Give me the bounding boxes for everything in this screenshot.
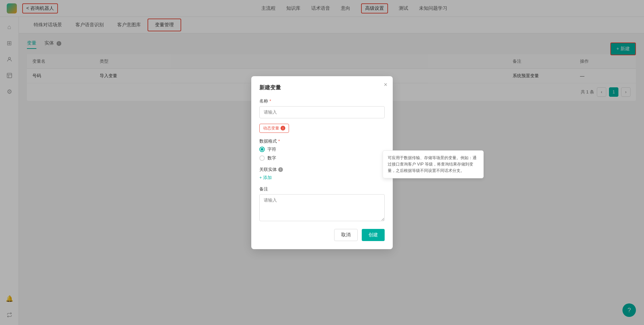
create-button[interactable]: 创建 (362, 229, 385, 241)
name-label: 名称 * (259, 98, 385, 104)
dynamic-variable-group: 动态变量 i (259, 124, 385, 133)
note-group: 备注 (259, 186, 385, 222)
name-input[interactable] (259, 106, 385, 118)
data-format-group: 数据格式 * 字符 数字 (259, 138, 385, 161)
tooltip-text: 可应用于数据传输、存储等场景的变量。例如：通过接口查询客户 VIP 等级，将查询… (388, 155, 477, 173)
radio-number[interactable]: 数字 (259, 155, 385, 161)
modal-overlay[interactable]: 新建变量 × 名称 * 动态变量 i 可应用于数据传输、存储等场景的变量。例如：… (0, 0, 644, 325)
radio-group: 字符 数字 (259, 146, 385, 161)
modal-close-button[interactable]: × (384, 82, 387, 88)
related-entity-info-icon[interactable]: i (278, 167, 283, 172)
name-required-marker: * (269, 98, 271, 104)
data-format-required-marker: * (278, 139, 280, 144)
note-label: 备注 (259, 186, 385, 192)
radio-number-circle (259, 155, 265, 161)
dynamic-variable-info-icon[interactable]: i (281, 126, 285, 130)
note-input[interactable] (259, 194, 385, 221)
related-entity-group: 关联实体 i + 添加 (259, 167, 385, 181)
related-entity-label: 关联实体 i (259, 167, 385, 173)
modal-title: 新建变量 (259, 84, 385, 91)
new-variable-modal: 新建变量 × 名称 * 动态变量 i 可应用于数据传输、存储等场景的变量。例如：… (251, 76, 393, 249)
name-field-group: 名称 * (259, 98, 385, 118)
data-format-label: 数据格式 * (259, 138, 385, 144)
modal-footer: 取消 创建 (259, 229, 385, 241)
radio-char-circle (259, 147, 265, 152)
cancel-button[interactable]: 取消 (334, 229, 358, 241)
add-entity-link[interactable]: + 添加 (259, 175, 272, 180)
radio-char[interactable]: 字符 (259, 146, 385, 152)
dynamic-variable-tag[interactable]: 动态变量 i (259, 124, 289, 133)
tooltip-popup: 可应用于数据传输、存储等场景的变量。例如：通过接口查询客户 VIP 等级，将查询… (383, 150, 484, 179)
